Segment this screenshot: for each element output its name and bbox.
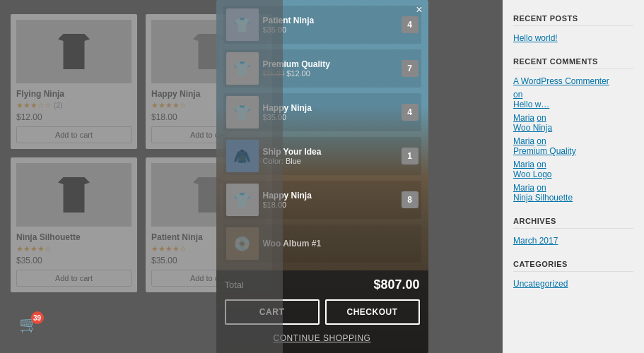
cart-item-info: Patient Ninja $35.00 (259, 16, 402, 34)
cart-total-label: Total (225, 280, 244, 290)
product-card: Ninja Silhouette ★★★★☆ $35.00 Add to car… (11, 157, 137, 292)
archive-link[interactable]: March 2017 (513, 236, 633, 246)
cart-action-buttons: CART CHECKOUT (225, 299, 420, 325)
shirt-icon (57, 177, 92, 213)
categories-section: CATEGORIES Uncategorized (513, 260, 633, 289)
cart-items-list: 👕 Patient Ninja $35.00 4 👕 Premium Quali… (216, 0, 428, 270)
archives-section: ARCHIVES March 2017 (513, 217, 633, 246)
cart-item-price: $35.00 (263, 113, 397, 121)
cart-item-quantity: 7 (402, 60, 418, 77)
cart-total-row: Total $807.00 (225, 277, 420, 292)
cart-item-info: Ship Your Idea Color: Blue (259, 147, 402, 165)
cart-item: 👕 Happy Ninja $18.00 8 (223, 181, 421, 219)
cart-item-name: Ship Your Idea (263, 147, 397, 157)
category-link[interactable]: Uncategorized (513, 279, 633, 289)
cart-icon-wrap: 🛒 39 (19, 316, 38, 334)
cart-item-info: Woo Album #1 (259, 239, 418, 249)
cart-footer: Total $807.00 CART CHECKOUT CONTINUE SHO… (216, 270, 428, 353)
cart-item-name: Premium Quality (263, 59, 397, 69)
sidebar-post-link[interactable]: Hello world! (513, 33, 633, 43)
comment-item: Maria on Woo Ninja (513, 113, 633, 133)
cart-item-image: 👕 (226, 52, 259, 85)
comment-item: A WordPress Commenter on Hello w… (513, 76, 633, 109)
comment-author-link[interactable]: A WordPress Commenter (513, 76, 633, 86)
comment-post-link[interactable]: Ninja Silhouette (513, 193, 633, 203)
cart-item-price: Color: Blue (263, 157, 397, 165)
product-name: Flying Ninja (16, 89, 131, 99)
cart-item: 🧥 Ship Your Idea Color: Blue 1 (223, 137, 421, 175)
product-stars: ★★★☆☆ (2) (16, 101, 131, 110)
product-card: Flying Ninja ★★★☆☆ (2) $12.00 Add to car… (11, 14, 137, 149)
product-price: $12.00 (16, 112, 131, 122)
cart-item-quantity: 4 (402, 104, 418, 121)
cart-item-name: Happy Ninja (263, 191, 397, 201)
cart-item: 👕 Happy Ninja $35.00 4 (223, 93, 421, 131)
product-image (16, 20, 131, 83)
cart-item-image: 👕 (226, 184, 259, 216)
cart-item-name: Happy Ninja (263, 103, 397, 113)
cart-item: 💿 Woo Album #1 (223, 225, 421, 263)
cart-item-price: $15.00 $12.00 (263, 69, 397, 78)
cart-modal: × 👕 Patient Ninja $35.00 4 👕 Premium Qua… (216, 0, 428, 353)
cart-badge-button[interactable]: 🛒 39 (14, 311, 42, 339)
recent-posts-title: RECENT POSTS (513, 14, 633, 26)
cart-item-price: $35.00 (263, 25, 397, 34)
comment-post-link[interactable]: Woo Ninja (513, 123, 633, 133)
categories-title: CATEGORIES (513, 260, 633, 272)
cart-item-price: $18.00 (263, 201, 397, 209)
add-to-cart-button[interactable]: Add to cart (16, 126, 131, 143)
cart-item-name: Woo Album #1 (263, 239, 414, 249)
recent-comments-section: RECENT COMMENTS A WordPress Commenter on… (513, 57, 633, 203)
checkout-button[interactable]: CHECKOUT (325, 299, 420, 325)
recent-posts-section: RECENT POSTS Hello world! (513, 14, 633, 43)
cart-item-quantity: 8 (402, 191, 418, 208)
cart-item-image: 🧥 (226, 140, 259, 172)
comment-item: Maria on Woo Logo (513, 160, 633, 179)
comment-item: Maria on Ninja Silhouette (513, 183, 633, 203)
cart-total-amount: $807.00 (373, 277, 419, 292)
product-image (16, 163, 131, 227)
cart-button[interactable]: CART (225, 299, 320, 325)
comment-post-link[interactable]: Premium Quality (513, 146, 633, 156)
recent-comments-title: RECENT COMMENTS (513, 57, 633, 69)
comment-item: Maria on Premium Quality (513, 136, 633, 156)
cart-item-info: Happy Ninja $35.00 (259, 103, 402, 121)
close-cart-button[interactable]: × (416, 4, 422, 16)
cart-item-info: Happy Ninja $18.00 (259, 191, 402, 209)
cart-item-name: Patient Ninja (263, 16, 397, 25)
comment-post-link[interactable]: Hello w… (513, 100, 633, 109)
shirt-icon (57, 34, 92, 69)
cart-item-quantity: 1 (402, 148, 418, 164)
cart-count-badge: 39 (31, 311, 44, 324)
cart-item-info: Premium Quality $15.00 $12.00 (259, 59, 402, 78)
right-sidebar: RECENT POSTS Hello world! RECENT COMMENT… (503, 0, 644, 353)
cart-item-image: 👕 (226, 8, 259, 41)
cart-item-image: 💿 (226, 227, 259, 260)
add-to-cart-button[interactable]: Add to cart (16, 270, 131, 287)
cart-item: 👕 Premium Quality $15.00 $12.00 7 (223, 49, 421, 88)
product-price: $35.00 (16, 256, 131, 265)
product-stars: ★★★★☆ (16, 244, 131, 253)
cart-item: 👕 Patient Ninja $35.00 4 (223, 6, 421, 44)
continue-shopping-button[interactable]: CONTINUE SHOPPING (225, 330, 420, 346)
archives-title: ARCHIVES (513, 217, 633, 229)
cart-item-image: 👕 (226, 96, 259, 128)
cart-item-quantity: 4 (402, 16, 418, 33)
product-name: Ninja Silhouette (16, 232, 131, 242)
comment-post-link[interactable]: Woo Logo (513, 169, 633, 179)
